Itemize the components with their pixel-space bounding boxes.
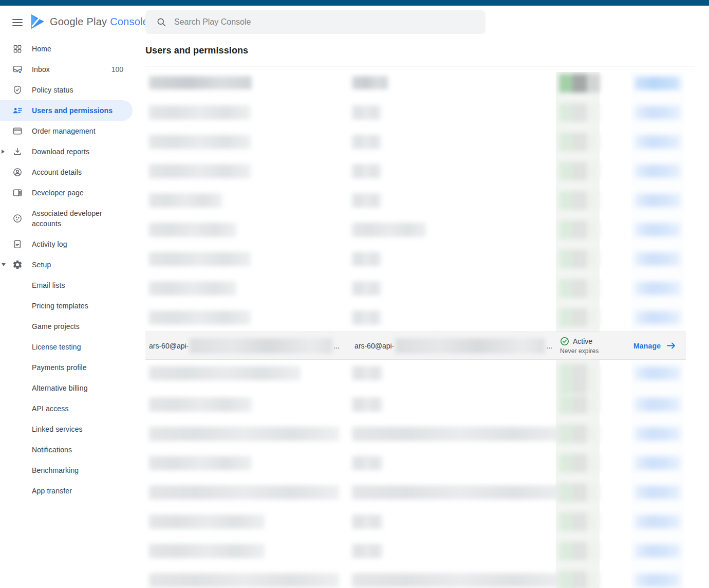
redacted-manage-link[interactable] [635,135,681,149]
sidebar-item-home[interactable]: Home [0,39,133,59]
redacted-manage-link[interactable] [635,106,681,119]
sidebar-item-activity-log[interactable]: Activity log [0,234,133,254]
sidebar-item-benchmarking[interactable]: Benchmarking [0,460,133,481]
redacted-manage-link[interactable] [635,194,681,207]
redacted-manage-link[interactable] [635,77,681,90]
sidebar-item-label: Users and permissions [32,105,113,116]
status-detail: Never expires [560,347,599,355]
sidebar-item-label: Home [32,44,51,54]
sidebar-item-game-projects[interactable]: Game projects [0,316,133,337]
redacted-manage-link[interactable] [635,456,681,470]
redacted-manage-link[interactable] [635,282,681,295]
redacted-name-cell [352,310,381,325]
sidebar-item-account-details[interactable]: Account details [0,162,133,182]
active-check-icon [560,337,569,346]
sidebar-item-label: Email lists [32,280,65,290]
collapse-caret-icon[interactable] [2,263,6,267]
redacted-manage-link[interactable] [635,366,681,380]
service-account-name-cell: ars-60@api- ... [354,332,552,359]
redacted-email-cell [149,366,301,380]
redacted-manage-link[interactable] [635,398,681,411]
redacted-account-segment [395,338,545,354]
sidebar-item-api-access[interactable]: API access [0,398,133,419]
sidebar-item-license-testing[interactable]: License testing [0,337,133,357]
search-icon [156,17,166,27]
redacted-status-cell [559,483,600,502]
status-badge: Active [573,337,592,345]
sidebar-item-app-transfer[interactable]: App transfer [0,481,133,501]
sidebar-item-notifications[interactable]: Notifications [0,439,133,460]
sidebar-item-inbox[interactable]: Inbox100 [0,59,133,80]
redacted-manage-link[interactable] [635,574,681,587]
sidebar-item-setup[interactable]: Setup [0,254,133,275]
sidebar-item-linked-services[interactable]: Linked services [0,419,133,439]
arrow-right-icon [667,342,676,349]
redacted-status-cell [559,279,600,298]
status-cell: Active Never expires [560,337,599,355]
redacted-name-cell [352,193,381,208]
developer-page-icon [12,188,23,198]
sidebar-item-label: Alternative billing [32,383,88,393]
redacted-status-cell [559,308,600,327]
sidebar-item-label: Developer page [32,188,84,198]
service-account-row: ars-60@api- ... ars-60@api- ... Active N… [145,332,686,360]
gear-icon [12,260,23,270]
redacted-manage-link[interactable] [635,515,681,528]
menu-button[interactable] [12,17,23,27]
sidebar-item-label: Inbox [32,64,50,75]
redacted-email-cell [149,544,265,558]
logo-product-text: Console [110,16,148,28]
sidebar-item-associated-developer-accounts[interactable]: Associated developer accounts [0,203,133,234]
redacted-email-cell [149,135,251,149]
redacted-name-cell [352,485,568,500]
page-title: Users and permissions [145,45,248,56]
redacted-manage-link[interactable] [635,223,681,236]
redacted-manage-link[interactable] [635,311,681,324]
redacted-email-cell [149,456,252,470]
sidebar-item-download-reports[interactable]: Download reports [0,141,133,162]
redacted-manage-link[interactable] [635,252,681,266]
redacted-status-cell [559,250,600,268]
logo-brand-text: Google Play [50,16,107,28]
activity-log-icon [12,239,23,249]
redacted-status-cell [559,74,600,93]
title-divider [145,66,695,66]
sidebar-item-payments-profile[interactable]: Payments profile [0,357,133,378]
home-grid-icon [12,44,23,54]
sidebar-item-users-and-permissions[interactable]: Users and permissions [0,100,133,121]
account-truncation: ... [546,342,552,350]
manage-button[interactable]: Manage [633,332,676,359]
redacted-manage-link[interactable] [635,486,681,499]
redacted-email-cell [149,310,251,325]
inbox-count-badge: 100 [111,65,123,74]
sidebar-item-label: License testing [32,342,81,352]
redacted-name-cell [352,76,388,89]
sidebar-item-label: Pricing templates [32,301,88,311]
redacted-email-cell [149,252,251,266]
sidebar-item-pricing-templates[interactable]: Pricing templates [0,296,133,316]
redacted-manage-link[interactable] [635,544,681,558]
sidebar-item-email-lists[interactable]: Email lists [0,275,133,296]
expand-caret-icon[interactable] [2,150,6,154]
redacted-name-cell [352,252,381,266]
redacted-email-cell [149,514,265,529]
redacted-manage-link[interactable] [635,427,681,440]
sidebar-item-order-management[interactable]: Order management [0,121,133,141]
order-card-icon [12,126,23,136]
redacted-name-cell [352,223,426,237]
redacted-email-cell [149,193,222,208]
redacted-name-cell [352,135,381,149]
sidebar-item-alternative-billing[interactable]: Alternative billing [0,378,133,398]
sidebar-item-label: Activity log [32,239,67,249]
redacted-email-cell [149,573,339,587]
redacted-status-cell [559,395,600,414]
sidebar-item-label: Download reports [32,146,89,157]
redacted-name-cell [352,164,381,178]
sidebar-item-policy-status[interactable]: Policy status [0,80,133,100]
sidebar-item-label: Policy status [32,85,73,95]
redacted-email-cell [149,397,252,412]
redacted-manage-link[interactable] [635,164,681,178]
search-input[interactable] [174,10,486,34]
google-play-console-logo[interactable]: Google Play Console [30,13,148,30]
sidebar-item-developer-page[interactable]: Developer page [0,182,133,203]
